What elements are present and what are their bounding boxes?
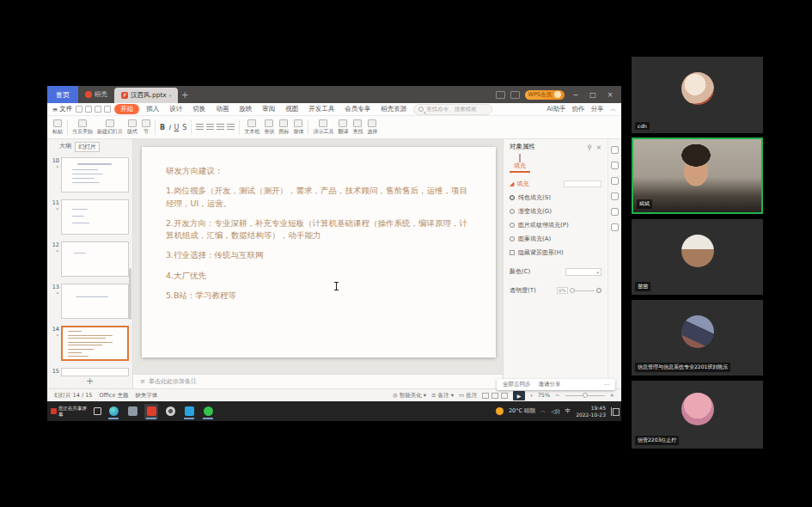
thumbnail-scrollbar[interactable]: [129, 268, 131, 320]
translate-button[interactable]: 翻译: [338, 119, 348, 136]
taskbar-clock[interactable]: 19:45 2022-10-23: [576, 405, 606, 418]
clipart-pane-icon[interactable]: [611, 208, 619, 216]
layout-switch-icon[interactable]: [496, 91, 505, 99]
media-button[interactable]: 媒体: [293, 119, 303, 136]
missing-font-warning[interactable]: 缺失字体: [135, 392, 157, 400]
option-picture-fill[interactable]: 图片或纹理填充(P): [510, 221, 601, 229]
participant-tile-3[interactable]: 苗苗: [632, 219, 763, 295]
slider-handle[interactable]: [570, 288, 575, 293]
weather-label[interactable]: 20°C 晴朗: [509, 407, 535, 415]
presentation-tools-button[interactable]: 演示工具: [313, 119, 333, 136]
taskbar-wps-app[interactable]: [144, 404, 158, 419]
taskbar-qq-app[interactable]: [182, 404, 196, 419]
color-dropdown[interactable]: ▾: [565, 268, 601, 276]
align-center-icon[interactable]: [206, 124, 214, 131]
strikethrough-button[interactable]: S: [182, 124, 186, 131]
play-from-current-button[interactable]: 当页开始: [72, 119, 93, 136]
save-icon[interactable]: [76, 106, 82, 113]
add-slide-button[interactable]: +: [47, 376, 132, 387]
tab-home[interactable]: 开始: [114, 104, 139, 114]
pin-icon[interactable]: ⚲: [587, 144, 592, 151]
participant-tile-4[interactable]: 信息管理与信息系统专业2201班刘晓乐: [632, 300, 763, 376]
undo-icon[interactable]: [95, 106, 101, 113]
reset-icon[interactable]: [596, 288, 601, 293]
shape-button[interactable]: 形状: [264, 119, 274, 136]
option-hide-background[interactable]: 隐藏背景图形(H): [510, 248, 601, 257]
slide-thumbnail-11[interactable]: 11✦: [51, 199, 129, 235]
ai-assistant-button[interactable]: AI助手: [546, 105, 565, 113]
collapse-ribbon-icon[interactable]: ︿: [610, 105, 617, 113]
participant-tile-1[interactable]: cdh: [632, 57, 763, 133]
notification-center-icon[interactable]: [611, 407, 618, 416]
bold-button[interactable]: B: [160, 124, 165, 131]
collaborate-button[interactable]: 协作: [572, 105, 585, 113]
option-solid-fill[interactable]: 纯色填充(S): [510, 193, 601, 202]
find-button[interactable]: 查找: [352, 119, 363, 136]
slideshow-play-button[interactable]: ▶: [513, 391, 525, 400]
docer-templates-icon[interactable]: [611, 177, 619, 185]
tab-docer-resources[interactable]: 稻壳资源: [377, 104, 410, 114]
tab-slideshow[interactable]: 放映: [235, 104, 255, 114]
fill-preset-dropdown[interactable]: [564, 180, 601, 187]
settings-pane-icon[interactable]: [611, 223, 619, 231]
share-button[interactable]: 分享: [591, 105, 604, 113]
screen-sharing-indicator[interactable]: 您正在共享屏幕: [51, 406, 89, 416]
volume-icon[interactable]: ◁)): [552, 408, 560, 415]
justify-icon[interactable]: [227, 124, 235, 131]
textbox-button[interactable]: 文本框: [244, 119, 259, 136]
close-button[interactable]: ×: [604, 91, 616, 99]
taskbar-files-app[interactable]: [125, 404, 139, 419]
docer-tab[interactable]: 稻壳: [78, 86, 114, 103]
taskbar-wechat-app[interactable]: [201, 404, 215, 419]
new-tab-button[interactable]: +: [178, 86, 192, 103]
user-account-badge[interactable]: WPS会员: [525, 90, 565, 100]
reading-view-icon[interactable]: [501, 393, 508, 399]
smart-beautify-button[interactable]: ◎ 智能美化 ▾: [393, 392, 426, 400]
zoom-slider-handle[interactable]: [583, 393, 588, 398]
participant-tile-5[interactable]: 信管2203任止柠: [632, 381, 763, 449]
taskbar-settings-app[interactable]: [163, 404, 177, 419]
tab-slides[interactable]: 幻灯片: [75, 142, 100, 152]
underline-button[interactable]: U: [174, 124, 179, 131]
tab-transition[interactable]: 切换: [189, 104, 209, 114]
slide-thumbnail-12[interactable]: 12✦: [51, 241, 129, 277]
command-search-input[interactable]: 查找命令、搜索模板: [413, 104, 492, 115]
zoom-slider[interactable]: [565, 395, 605, 396]
zoom-level[interactable]: 75%: [538, 392, 550, 399]
tab-insert[interactable]: 插入: [143, 104, 162, 114]
tab-animation[interactable]: 动画: [212, 104, 232, 114]
play-options-caret-icon[interactable]: ▾: [530, 393, 533, 398]
taskbar-edge-app[interactable]: [107, 404, 120, 419]
tab-devtools[interactable]: 开发工具: [305, 104, 338, 114]
opacity-slider[interactable]: 0%: [557, 287, 601, 294]
select-button[interactable]: 选择: [367, 119, 377, 136]
animation-pane-icon[interactable]: [611, 162, 619, 169]
slide-thumbnail-13[interactable]: 13✦: [51, 284, 129, 319]
icon-library-button[interactable]: 图标: [278, 119, 289, 136]
fill-tab[interactable]: 填充: [510, 155, 530, 173]
notes-bar[interactable]: ≡ 单击此处添加备注: [133, 374, 503, 388]
close-panel-icon[interactable]: ×: [596, 144, 601, 151]
theme-name[interactable]: Office 主题: [99, 392, 128, 400]
notes-toggle[interactable]: ≡ 备注 ▾: [431, 392, 454, 400]
italic-button[interactable]: I: [168, 124, 170, 131]
section-button[interactable]: 节: [142, 119, 150, 136]
option-pattern-fill[interactable]: 图案填充(A): [510, 235, 601, 243]
fill-section-header[interactable]: ◢ 填充: [510, 180, 601, 188]
more-options-icon[interactable]: ···: [604, 382, 609, 388]
properties-pane-icon[interactable]: [611, 146, 619, 154]
zoom-in-button[interactable]: +: [610, 392, 614, 399]
redo-icon[interactable]: [104, 106, 111, 113]
tab-member[interactable]: 会员专享: [341, 104, 374, 114]
slide-thumbnail-10[interactable]: 10✦: [51, 157, 129, 192]
tab-design[interactable]: 设计: [166, 104, 186, 114]
document-tab[interactable]: P 汉西风.pptx ▾: [114, 88, 178, 103]
layout-button[interactable]: 版式: [127, 119, 137, 136]
comments-toggle[interactable]: ▭ 批注: [459, 392, 477, 400]
align-right-icon[interactable]: [217, 124, 224, 131]
minimize-button[interactable]: ─: [570, 91, 582, 99]
tab-outline[interactable]: 大纲: [59, 142, 71, 152]
paste-button[interactable]: 粘贴: [52, 119, 63, 136]
task-view-icon[interactable]: [94, 407, 101, 415]
align-left-icon[interactable]: [196, 124, 204, 131]
